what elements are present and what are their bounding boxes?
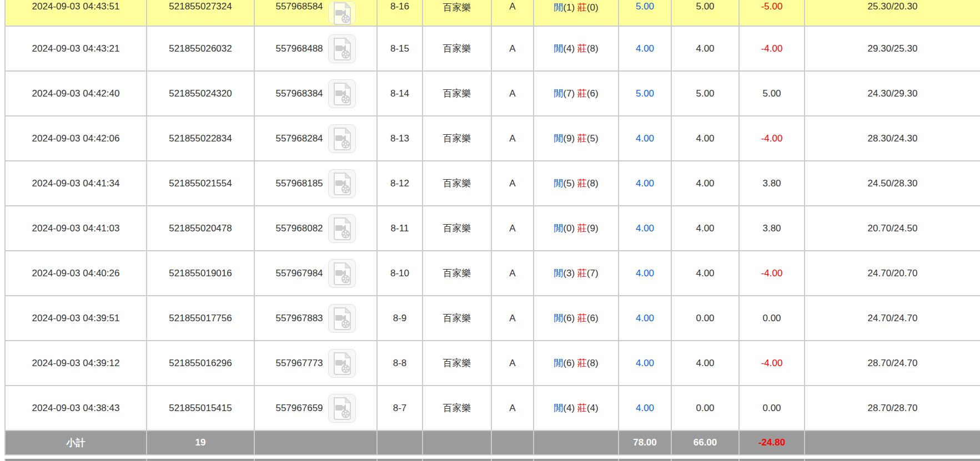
table-code-cell: A <box>492 386 534 431</box>
video-replay-icon[interactable] <box>328 349 356 378</box>
game-name-cell: 百家樂 <box>423 27 492 72</box>
table-row: 2024-09-03 04:41:03521855020478557968082… <box>4 206 980 251</box>
video-replay-icon[interactable] <box>328 124 356 153</box>
table-row: 2024-09-03 04:42:06521855022834557968284… <box>4 116 980 161</box>
game-name-cell: 百家樂 <box>423 161 492 206</box>
game-id-content: 557967659 <box>275 386 355 430</box>
bet-id-cell: 521855027324 <box>147 0 255 27</box>
table-code-cell: A <box>492 72 534 116</box>
balance-cell: 29.30/25.30 <box>805 27 980 72</box>
game-id-content: 557968284 <box>275 116 355 160</box>
game-id-cell: 557967984 <box>255 251 378 296</box>
game-id-cell: 557968284 <box>255 116 378 161</box>
result-cell: 閒(1) 莊(0) <box>534 0 619 27</box>
game-id-content: 557968384 <box>275 72 355 115</box>
bet-time-cell: 2024-09-03 04:40:26 <box>4 251 147 296</box>
video-replay-icon[interactable] <box>328 304 356 333</box>
video-replay-icon[interactable] <box>328 34 356 63</box>
table-code-cell: A <box>492 251 534 296</box>
valid-amount-cell: 4.00 <box>672 116 740 161</box>
game-id-value: 557968384 <box>275 88 323 99</box>
round-cell: 8-16 <box>378 0 423 27</box>
banker-label: 莊 <box>577 358 587 368</box>
subtotal-label-cell: 小計 <box>4 431 147 455</box>
table-code-cell: A <box>492 27 534 72</box>
win-loss-cell: 0.00 <box>740 296 805 341</box>
subtotal-winloss-cell: -24.80 <box>740 431 805 455</box>
bet-time-cell: 2024-09-03 04:43:51 <box>4 0 147 27</box>
bet-time-cell: 2024-09-03 04:42:40 <box>4 72 147 116</box>
bet-history-view: 2024-09-03 04:43:51521855027324557968584… <box>0 0 980 461</box>
game-id-value: 557968082 <box>275 223 323 234</box>
player-label: 閒 <box>554 403 563 413</box>
game-name-cell: 百家樂 <box>423 72 492 116</box>
result-cell: 閒(6) 莊(6) <box>534 296 619 341</box>
round-cell: 8-14 <box>378 72 423 116</box>
table-code-cell: A <box>492 0 534 27</box>
bet-time-cell: 2024-09-03 04:38:43 <box>4 386 147 431</box>
table-code-cell: A <box>492 206 534 251</box>
subtotal-count-cell: 19 <box>147 431 255 455</box>
player-label: 閒 <box>554 178 563 189</box>
video-replay-icon[interactable] <box>328 1 356 24</box>
video-replay-icon[interactable] <box>328 259 356 288</box>
bet-amount-cell: 4.00 <box>619 116 672 161</box>
round-cell: 8-7 <box>378 386 423 431</box>
bet-id-cell: 521855020478 <box>147 206 255 251</box>
video-replay-icon[interactable] <box>328 214 356 243</box>
table-row: 2024-09-03 04:43:51521855027324557968584… <box>4 0 980 27</box>
round-cell: 8-10 <box>378 251 423 296</box>
player-label: 閒 <box>554 313 563 323</box>
result-cell: 閒(4) 莊(4) <box>534 386 619 431</box>
valid-amount-cell: 4.00 <box>672 27 740 72</box>
game-id-cell: 557967883 <box>255 296 378 341</box>
bet-id-cell: 521855017756 <box>147 296 255 341</box>
round-cell: 8-13 <box>378 116 423 161</box>
bet-table-body: 2024-09-03 04:43:51521855027324557968584… <box>4 0 980 461</box>
game-id-value: 557967773 <box>275 358 323 369</box>
player-label: 閒 <box>554 133 563 144</box>
game-name-cell: 百家樂 <box>423 341 492 386</box>
game-id-content: 557967984 <box>275 251 355 295</box>
banker-label: 莊 <box>577 223 587 234</box>
player-label: 閒 <box>554 88 563 99</box>
subtotal-balance-cell <box>805 431 980 455</box>
valid-amount-cell: 0.00 <box>672 386 740 431</box>
player-label: 閒 <box>554 223 563 234</box>
table-row: 2024-09-03 04:38:43521855015415557967659… <box>4 386 980 431</box>
bet-amount-cell: 4.00 <box>619 386 672 431</box>
win-loss-cell: -4.00 <box>740 116 805 161</box>
balance-cell: 24.70/24.70 <box>805 296 980 341</box>
bet-amount-cell: 4.00 <box>619 206 672 251</box>
balance-cell: 24.50/28.30 <box>805 161 980 206</box>
game-id-cell: 557968488 <box>255 27 378 72</box>
total-cutoff-cell <box>255 459 378 461</box>
round-cell: 8-12 <box>378 161 423 206</box>
video-replay-icon[interactable] <box>328 169 356 198</box>
result-cell: 閒(0) 莊(9) <box>534 206 619 251</box>
video-replay-icon[interactable] <box>328 394 356 423</box>
subtotal-row: 小計1978.0066.00-24.80 <box>4 431 980 455</box>
balance-cell: 20.70/24.50 <box>805 206 980 251</box>
subtotal-empty-game-id <box>255 431 378 455</box>
total-cutoff-cell <box>4 459 147 461</box>
game-id-content: 557968584 <box>275 1 355 24</box>
win-loss-cell: -4.00 <box>740 251 805 296</box>
total-cutoff-cell <box>534 459 619 461</box>
subtotal-empty-table-code <box>492 431 534 455</box>
game-id-cell: 557968584 <box>255 0 378 27</box>
video-replay-icon[interactable] <box>328 79 356 108</box>
table-row: 2024-09-03 04:40:26521855019016557967984… <box>4 251 980 296</box>
bet-id-cell: 521855015415 <box>147 386 255 431</box>
game-name-cell: 百家樂 <box>423 0 492 27</box>
bet-time-cell: 2024-09-03 04:41:03 <box>4 206 147 251</box>
win-loss-cell: -5.00 <box>740 0 805 27</box>
round-cell: 8-9 <box>378 296 423 341</box>
win-loss-cell: 0.00 <box>740 386 805 431</box>
balance-cell: 24.70/20.70 <box>805 251 980 296</box>
player-label: 閒 <box>554 2 563 13</box>
banker-label: 莊 <box>577 133 587 144</box>
table-row: 2024-09-03 04:39:12521855016296557967773… <box>4 341 980 386</box>
balance-cell: 24.30/29.30 <box>805 72 980 116</box>
game-id-value: 557968584 <box>275 1 323 12</box>
